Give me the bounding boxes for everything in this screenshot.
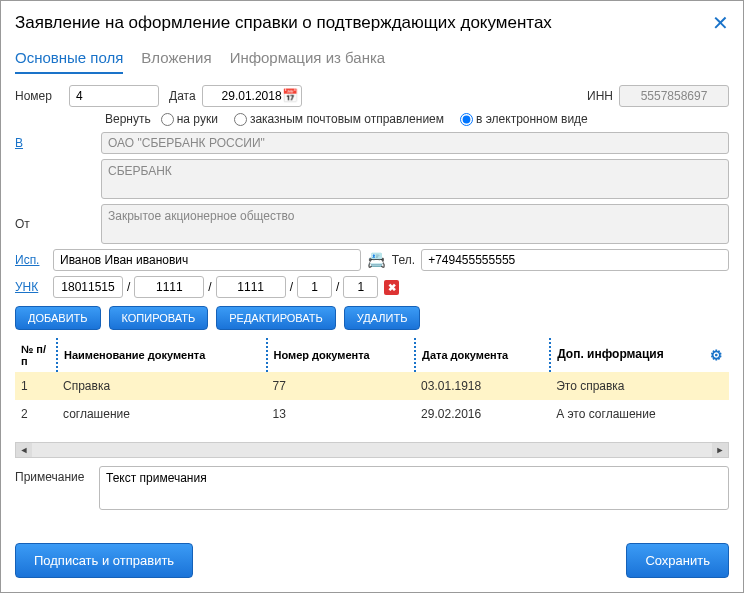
- inn-label: ИНН: [587, 89, 613, 103]
- cell: Это справка: [550, 372, 729, 400]
- add-button[interactable]: ДОБАВИТЬ: [15, 306, 101, 330]
- documents-table: № п/п Наименование документа Номер докум…: [15, 338, 729, 428]
- note-label: Примечание: [15, 466, 93, 510]
- unk-label[interactable]: УНК: [15, 280, 47, 294]
- date-label: Дата: [169, 89, 196, 103]
- close-icon[interactable]: ✕: [712, 11, 729, 35]
- isp-input[interactable]: [53, 249, 361, 271]
- radio-electronic-label: в электронном виде: [476, 112, 588, 126]
- cell: 77: [267, 372, 416, 400]
- sep: /: [336, 280, 339, 294]
- delete-unk-icon[interactable]: ✖: [384, 280, 399, 295]
- to-label[interactable]: В: [15, 136, 95, 150]
- col-info-label: Доп. информация: [557, 347, 664, 361]
- col-name[interactable]: Наименование документа: [57, 338, 267, 372]
- col-num[interactable]: Номер документа: [267, 338, 416, 372]
- delete-button[interactable]: УДАЛИТЬ: [344, 306, 421, 330]
- unk-2[interactable]: [134, 276, 204, 298]
- radio-post-label: заказным почтовым отправлением: [250, 112, 444, 126]
- from-input: Закрытое акционерное общество: [101, 204, 729, 244]
- table-row[interactable]: 2 соглашение 13 29.02.2016 А это соглаше…: [15, 400, 729, 428]
- isp-label[interactable]: Исп.: [15, 253, 47, 267]
- cell: 2: [15, 400, 57, 428]
- copy-button[interactable]: КОПИРОВАТЬ: [109, 306, 209, 330]
- col-info[interactable]: Доп. информация⚙: [550, 338, 729, 372]
- note-input[interactable]: Текст примечания: [99, 466, 729, 510]
- sep: /: [208, 280, 211, 294]
- gear-icon[interactable]: ⚙: [710, 347, 723, 363]
- radio-hands-label: на руки: [177, 112, 218, 126]
- unk-1[interactable]: [53, 276, 123, 298]
- scroll-left-icon[interactable]: ◄: [16, 443, 32, 457]
- sep: /: [127, 280, 130, 294]
- tab-attachments[interactable]: Вложения: [141, 49, 211, 74]
- cell: А это соглашение: [550, 400, 729, 428]
- radio-post[interactable]: заказным почтовым отправлением: [234, 112, 444, 126]
- number-label: Номер: [15, 89, 63, 103]
- tel-label: Тел.: [392, 253, 415, 267]
- from-label: От: [15, 217, 95, 231]
- cell: 13: [267, 400, 416, 428]
- number-input[interactable]: [69, 85, 159, 107]
- radio-electronic[interactable]: в электронном виде: [460, 112, 588, 126]
- cell: Справка: [57, 372, 267, 400]
- cell: соглашение: [57, 400, 267, 428]
- cell: 03.01.1918: [415, 372, 550, 400]
- scroll-right-icon[interactable]: ►: [712, 443, 728, 457]
- tab-bankinfo[interactable]: Информация из банка: [230, 49, 386, 74]
- to-extra: СБЕРБАНК: [101, 159, 729, 199]
- window-title: Заявление на оформление справки о подтве…: [15, 13, 552, 33]
- col-date[interactable]: Дата документа: [415, 338, 550, 372]
- sign-send-button[interactable]: Подписать и отправить: [15, 543, 193, 578]
- unk-3[interactable]: [216, 276, 286, 298]
- tab-main[interactable]: Основные поля: [15, 49, 123, 74]
- col-n[interactable]: № п/п: [15, 338, 57, 372]
- tabs: Основные поля Вложения Информация из бан…: [1, 43, 743, 75]
- radio-hands[interactable]: на руки: [161, 112, 218, 126]
- sep: /: [290, 280, 293, 294]
- date-input[interactable]: [202, 85, 302, 107]
- unk-4[interactable]: [297, 276, 332, 298]
- return-label: Вернуть: [105, 112, 151, 126]
- table-row[interactable]: 1 Справка 77 03.01.1918 Это справка: [15, 372, 729, 400]
- cell: 1: [15, 372, 57, 400]
- tel-input[interactable]: [421, 249, 729, 271]
- save-button[interactable]: Сохранить: [626, 543, 729, 578]
- cell: 29.02.2016: [415, 400, 550, 428]
- to-input: [101, 132, 729, 154]
- inn-input: [619, 85, 729, 107]
- edit-button[interactable]: РЕДАКТИРОВАТЬ: [216, 306, 336, 330]
- unk-5[interactable]: [343, 276, 378, 298]
- add-contact-icon[interactable]: 📇: [367, 251, 386, 269]
- h-scrollbar[interactable]: ◄ ►: [15, 442, 729, 458]
